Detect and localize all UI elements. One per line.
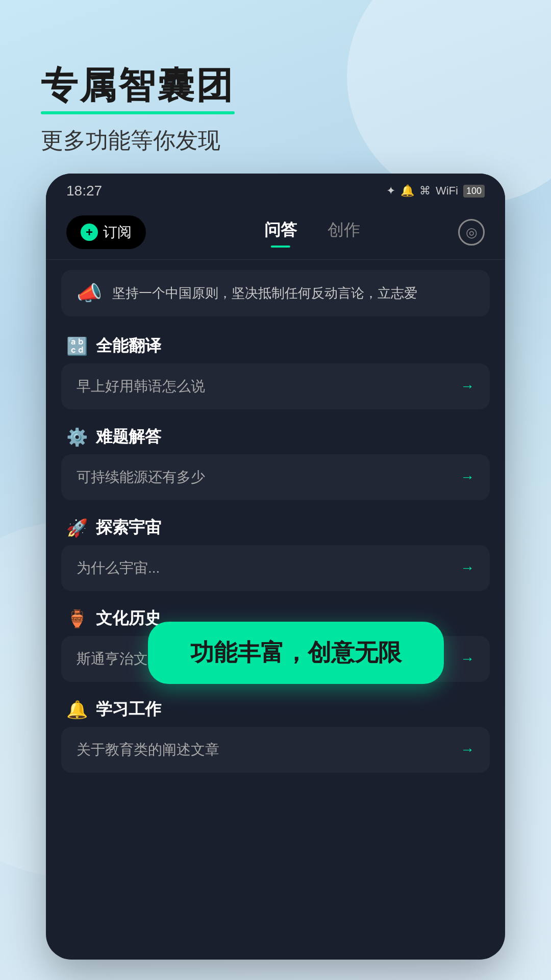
tooltip-text: 功能丰富，创意无限 — [190, 639, 402, 666]
study-icon: 🔔 — [66, 699, 88, 720]
nav-tabs: 问答 创作 — [166, 219, 458, 246]
arrow-icon: → — [460, 378, 474, 395]
header-section: 专属智囊团 更多功能等你发现 — [0, 0, 551, 186]
category-translate-title: 全能翻译 — [96, 335, 161, 357]
category-hard-questions-title: 难题解答 — [96, 426, 161, 448]
headset-button[interactable]: ◎ — [458, 219, 485, 246]
hard-questions-item-1[interactable]: 可持续能源还有多少 → — [61, 454, 490, 500]
signal-icon: ⌘ — [419, 184, 431, 198]
announcement-bar[interactable]: 📣 坚持一个中国原则，坚决抵制任何反动言论，立志爱 — [61, 270, 490, 316]
subscribe-button[interactable]: + 订阅 — [66, 215, 146, 249]
page-title: 专属智囊团 — [41, 65, 235, 106]
universe-item-1[interactable]: 为什么宇宙... → — [61, 545, 490, 591]
tab-qa[interactable]: 问答 — [264, 219, 297, 246]
announcement-text: 坚持一个中国原则，坚决抵制任何反动言论，立志爱 — [112, 284, 417, 302]
content-section: 🔡 全能翻译 早上好用韩语怎么说 → ⚙️ 难题解答 可持续能源还有多少 → 🚀 — [46, 316, 505, 791]
status-icons: ✦ 🔔 ⌘ WiFi 100 — [386, 184, 485, 198]
nav-bar: + 订阅 问答 创作 ◎ — [46, 205, 505, 260]
culture-icon: 🏺 — [66, 608, 88, 629]
arrow-icon: → — [460, 651, 474, 667]
hard-questions-item-1-text: 可持续能源还有多少 — [77, 468, 205, 487]
category-study: 🔔 学习工作 关于教育类的阐述文章 → — [61, 690, 490, 773]
bluetooth-icon: ✦ — [386, 184, 395, 198]
alarm-icon: 🔔 — [400, 184, 414, 198]
arrow-icon: → — [460, 469, 474, 485]
hard-questions-icon: ⚙️ — [66, 427, 88, 447]
category-universe-title: 探索宇宙 — [96, 517, 161, 539]
translate-item-1[interactable]: 早上好用韩语怎么说 → — [61, 363, 490, 409]
category-study-header: 🔔 学习工作 — [61, 690, 490, 727]
universe-icon: 🚀 — [66, 518, 88, 538]
subscribe-label: 订阅 — [103, 223, 132, 242]
battery-icon: 100 — [463, 185, 485, 198]
title-line: 专属智囊团 — [41, 61, 510, 110]
plus-icon: + — [81, 224, 98, 241]
tab-create[interactable]: 创作 — [328, 219, 360, 246]
translate-icon: 🔡 — [66, 336, 88, 356]
category-translate: 🔡 全能翻译 早上好用韩语怎么说 → — [61, 327, 490, 409]
megaphone-icon: 📣 — [77, 281, 102, 305]
category-study-title: 学习工作 — [96, 698, 161, 721]
status-time: 18:27 — [66, 183, 102, 199]
arrow-icon: → — [460, 742, 474, 758]
category-culture-title: 文化历史 — [96, 607, 161, 630]
headset-icon: ◎ — [466, 225, 478, 240]
wifi-icon: WiFi — [436, 184, 458, 198]
category-universe-header: 🚀 探索宇宙 — [61, 508, 490, 545]
translate-item-1-text: 早上好用韩语怎么说 — [77, 377, 205, 396]
category-universe: 🚀 探索宇宙 为什么宇宙... → — [61, 508, 490, 591]
status-bar: 18:27 ✦ 🔔 ⌘ WiFi 100 — [46, 174, 505, 205]
study-item-1[interactable]: 关于教育类的阐述文章 → — [61, 727, 490, 773]
arrow-icon: → — [460, 560, 474, 576]
tooltip-bubble: 功能丰富，创意无限 — [148, 622, 444, 684]
title-underline — [41, 111, 235, 114]
study-item-1-text: 关于教育类的阐述文章 — [77, 740, 219, 760]
universe-item-1-text: 为什么宇宙... — [77, 558, 160, 578]
phone-mockup: 18:27 ✦ 🔔 ⌘ WiFi 100 + 订阅 问答 创作 ◎ — [46, 174, 505, 960]
page-subtitle: 更多功能等你发现 — [41, 126, 510, 156]
category-hard-questions-header: ⚙️ 难题解答 — [61, 418, 490, 454]
category-hard-questions: ⚙️ 难题解答 可持续能源还有多少 → — [61, 418, 490, 500]
category-translate-header: 🔡 全能翻译 — [61, 327, 490, 363]
